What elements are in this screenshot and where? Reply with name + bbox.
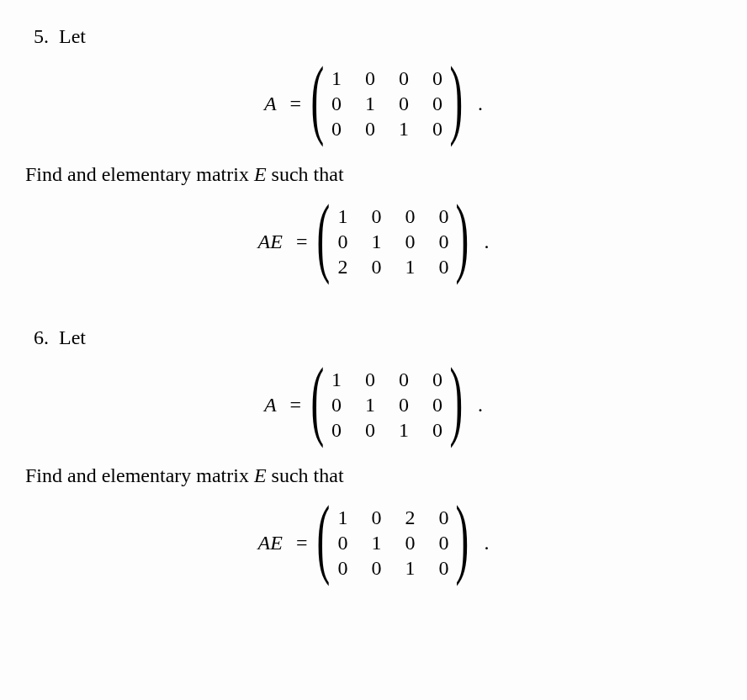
cell: 1	[402, 254, 417, 279]
cell: 0	[430, 91, 445, 116]
cell: 1	[396, 116, 411, 141]
equals-sign: =	[290, 93, 302, 115]
cell: 0	[396, 367, 411, 392]
cell: 2	[335, 254, 350, 279]
cell: 0	[402, 204, 417, 229]
cell: 0	[335, 555, 350, 581]
cell: 0	[436, 254, 451, 279]
cell: 0	[368, 505, 384, 530]
cell: 0	[396, 66, 411, 91]
problem-intro: Let	[59, 326, 86, 349]
cell: 1	[402, 555, 417, 581]
var-A: A	[264, 93, 277, 115]
left-paren-icon: (	[317, 502, 331, 573]
var-A: A	[264, 394, 277, 416]
period: .	[478, 394, 483, 416]
cell: 0	[329, 417, 344, 443]
cell: 0	[335, 229, 350, 254]
cell: 0	[329, 392, 344, 417]
find-prefix: Find and elementary matrix	[25, 464, 254, 486]
equals-sign: =	[296, 532, 308, 554]
var-A: A	[258, 532, 271, 554]
left-paren-icon: (	[317, 201, 331, 272]
problem-5: 5. Let A = ( 1 0 0 0 0 1 0	[25, 25, 722, 284]
var-A: A	[258, 231, 271, 252]
cell: 0	[402, 229, 417, 254]
right-paren-icon: )	[450, 364, 464, 435]
cell: 0	[430, 66, 445, 91]
problem-header: 5. Let	[25, 25, 722, 48]
var-E: E	[270, 532, 283, 554]
cell: 0	[430, 392, 445, 417]
cell: 1	[335, 204, 350, 229]
cell: 0	[436, 229, 451, 254]
table-row: 0 1 0 0	[335, 229, 451, 254]
cell: 0	[396, 392, 411, 417]
problem-number: 5.	[34, 25, 49, 48]
cell: 0	[402, 530, 417, 555]
cell: 0	[368, 204, 384, 229]
table-row: 1 0 0 0	[329, 367, 445, 392]
problem-6: 6. Let A = ( 1 0 0 0 0 1 0	[25, 326, 722, 586]
right-paren-icon: )	[456, 201, 469, 272]
cell: 1	[368, 530, 384, 555]
cell: 1	[363, 91, 378, 116]
right-paren-icon: )	[450, 63, 464, 134]
cell: 0	[368, 555, 384, 581]
cell: 0	[396, 91, 411, 116]
cell: 0	[363, 116, 378, 141]
cell: 0	[368, 254, 384, 279]
equals-sign: =	[290, 394, 302, 416]
problem-intro: Let	[59, 25, 86, 48]
table-row: 1 0 0 0	[335, 204, 451, 229]
find-text: Find and elementary matrix E such that	[25, 163, 722, 186]
find-prefix: Find and elementary matrix	[25, 163, 254, 185]
equation-AE: AE = ( 1 0 0 0 0 1 0 0	[25, 199, 722, 284]
table-row: 0 1 0 0	[329, 91, 445, 116]
left-paren-icon: (	[311, 63, 325, 134]
find-suffix: such that	[267, 464, 344, 486]
period: .	[484, 532, 489, 554]
cell: 0	[335, 530, 350, 555]
cell: 0	[430, 367, 445, 392]
cell: 0	[329, 116, 344, 141]
cell: 0	[436, 530, 451, 555]
table-row: 1 0 0 0	[329, 66, 445, 91]
cell: 1	[335, 505, 350, 530]
find-suffix: such that	[267, 163, 344, 185]
right-paren-icon: )	[456, 502, 469, 573]
var-E: E	[254, 163, 267, 185]
cell: 0	[363, 367, 378, 392]
table-row: 2 0 1 0	[335, 254, 451, 279]
table-row: 0 0 1 0	[335, 555, 451, 581]
table-row: 0 0 1 0	[329, 417, 445, 443]
matrix-A: ( 1 0 0 0 0 1 0 0 0	[315, 362, 459, 448]
cell: 0	[430, 116, 445, 141]
find-text: Find and elementary matrix E such that	[25, 464, 722, 487]
cell: 1	[329, 367, 344, 392]
cell: 1	[329, 66, 344, 91]
left-paren-icon: (	[311, 364, 325, 435]
cell: 0	[436, 204, 451, 229]
problem-header: 6. Let	[25, 326, 722, 349]
cell: 1	[396, 417, 411, 443]
cell: 0	[329, 91, 344, 116]
table-row: 0 1 0 0	[329, 392, 445, 417]
cell: 2	[402, 505, 417, 530]
equals-sign: =	[296, 231, 308, 253]
cell: 0	[436, 555, 451, 581]
period: .	[478, 93, 483, 115]
cell: 1	[368, 229, 384, 254]
cell: 0	[430, 417, 445, 443]
table-row: 0 0 1 0	[329, 116, 445, 141]
table-row: 0 1 0 0	[335, 530, 451, 555]
period: .	[484, 231, 489, 253]
cell: 0	[363, 66, 378, 91]
cell: 0	[436, 505, 451, 530]
cell: 0	[363, 417, 378, 443]
matrix-AE: ( 1 0 0 0 0 1 0 0 2	[321, 199, 465, 284]
matrix-A: ( 1 0 0 0 0 1 0 0 0	[315, 61, 459, 146]
var-E: E	[270, 231, 283, 252]
cell: 1	[363, 392, 378, 417]
equation-A: A = ( 1 0 0 0 0 1 0 0	[25, 61, 722, 146]
